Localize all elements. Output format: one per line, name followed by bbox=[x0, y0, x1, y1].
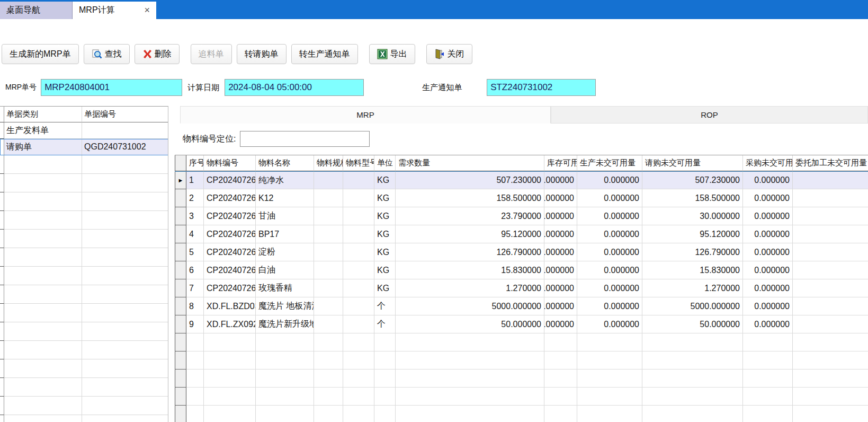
cell-seq: 8 bbox=[186, 297, 204, 315]
grid-data-row[interactable]: 5CP2024072600淀粉KG126.7900000.0000000.000… bbox=[175, 243, 868, 261]
col-header-material-spec[interactable]: 物料规格 bbox=[314, 155, 343, 171]
close-icon[interactable]: × bbox=[135, 5, 150, 16]
to-production-notice-button[interactable]: 转生产通知单 bbox=[291, 44, 358, 64]
row-selector bbox=[0, 285, 4, 304]
grid-data-row[interactable]: 8XD.FL.BZD031魔洗片 地板清洁个5000.0000000.00000… bbox=[175, 297, 868, 315]
document-list-empty-row bbox=[0, 341, 168, 359]
cell-unit: KG bbox=[374, 225, 396, 243]
col-header-stock-available[interactable]: 库存可用量 bbox=[544, 155, 577, 171]
cell-unit: KG bbox=[374, 279, 396, 297]
close-button[interactable]: 关闭 bbox=[426, 44, 472, 64]
cell-demand-qty: 15.830000 bbox=[396, 261, 544, 279]
row-selector[interactable] bbox=[175, 225, 186, 243]
grid-data-row[interactable]: 9XD.FL.ZX092魔洗片新升级地板个50.0000000.0000000.… bbox=[175, 315, 868, 333]
cell-seq: 9 bbox=[186, 315, 204, 333]
document-list-empty-row bbox=[0, 378, 168, 397]
col-header-unit[interactable]: 单位 bbox=[374, 155, 396, 171]
row-selector bbox=[175, 370, 186, 388]
cell-demand-qty: 50.000000 bbox=[396, 315, 544, 333]
cell-request-open-qty: 5000.000000 bbox=[642, 297, 743, 315]
grid-empty-row bbox=[175, 388, 868, 406]
row-selector[interactable] bbox=[175, 261, 186, 279]
cell-demand-qty: 507.230000 bbox=[396, 172, 544, 189]
cell-unit: KG bbox=[374, 172, 396, 189]
cell-material-code: XD.FL.ZX092 bbox=[204, 315, 256, 333]
prod-notice-field[interactable] bbox=[487, 79, 596, 96]
document-list-empty-row bbox=[0, 359, 168, 378]
cell-stock-available: 0.000000 bbox=[544, 172, 577, 189]
document-list-row[interactable]: 请购单QGD240731002 bbox=[0, 139, 168, 155]
cell-material-model bbox=[343, 225, 374, 243]
cell-purchase-open-qty: 0.000000 bbox=[743, 225, 793, 243]
col-header-production-open-qty[interactable]: 生产未交可用量 bbox=[577, 155, 642, 171]
cell-unit: KG bbox=[374, 243, 396, 261]
cell-material-name: 魔洗片新升级地板 bbox=[256, 315, 314, 333]
row-selector[interactable] bbox=[175, 315, 186, 333]
row-selector bbox=[0, 211, 4, 230]
row-selector[interactable] bbox=[175, 297, 186, 315]
tab-rop[interactable]: ROP bbox=[551, 106, 868, 124]
grid-data-row[interactable]: 2CP2024072600K12KG158.5000000.0000000.00… bbox=[175, 189, 868, 207]
cell-subcontract-open-qty bbox=[793, 207, 868, 225]
material-locator-input[interactable] bbox=[240, 131, 370, 147]
cell-stock-available: 0.000000 bbox=[544, 261, 577, 279]
row-selector[interactable] bbox=[0, 122, 4, 139]
document-list-empty-row bbox=[0, 322, 168, 341]
row-selector bbox=[0, 174, 4, 192]
cell-purchase-open-qty: 0.000000 bbox=[743, 315, 793, 333]
col-header-material-code[interactable]: 物料编号 bbox=[204, 155, 256, 171]
row-selector[interactable] bbox=[175, 207, 186, 225]
cell-production-open-qty: 0.000000 bbox=[577, 243, 642, 261]
col-header-material-model[interactable]: 物料型号 bbox=[343, 155, 374, 171]
col-header-seq[interactable]: 序号 bbox=[186, 155, 204, 171]
cell-material-code: CP2024072600 bbox=[204, 279, 256, 297]
chase-material-button: 追料单 bbox=[191, 44, 232, 64]
to-purchase-request-button[interactable]: 转请购单 bbox=[237, 44, 287, 64]
cell-request-open-qty: 1.270000 bbox=[642, 279, 743, 297]
mrp-no-field[interactable] bbox=[41, 79, 182, 96]
cell-request-open-qty: 95.120000 bbox=[642, 225, 743, 243]
export-button[interactable]: 导出 bbox=[369, 44, 415, 64]
col-header-purchase-open-qty[interactable]: 采购未交可用量 bbox=[743, 155, 793, 171]
row-selector bbox=[0, 341, 4, 359]
cell-request-open-qty: 158.500000 bbox=[642, 189, 743, 207]
row-selector[interactable] bbox=[175, 279, 186, 297]
row-selector-stub bbox=[0, 107, 4, 122]
document-list-row[interactable]: 生产发料单 bbox=[0, 122, 168, 139]
row-selector[interactable]: ► bbox=[175, 172, 186, 189]
grid-data-row[interactable]: 4CP2024072600BP17KG95.1200000.0000000.00… bbox=[175, 225, 868, 243]
grid-data-row[interactable]: ►1CP2024072600纯净水KG507.2300000.0000000.0… bbox=[175, 171, 868, 189]
col-header-subcontract-open-qty[interactable]: 委托加工未交可用量 bbox=[793, 155, 868, 171]
col-header-demand-qty[interactable]: 需求数量 bbox=[396, 155, 544, 171]
tab-desktop-nav[interactable]: 桌面导航 bbox=[0, 2, 73, 19]
row-selector[interactable] bbox=[175, 243, 186, 261]
cell-production-open-qty: 0.000000 bbox=[577, 297, 642, 315]
row-selector bbox=[175, 351, 186, 370]
generate-mrp-button[interactable]: 生成新的MRP单 bbox=[2, 44, 79, 64]
cell-demand-qty: 95.120000 bbox=[396, 225, 544, 243]
col-header-request-open-qty[interactable]: 请购未交可用量 bbox=[642, 155, 743, 171]
cell-material-spec bbox=[314, 172, 343, 189]
tab-mrp[interactable]: MRP bbox=[180, 106, 551, 124]
tab-mrp-calc[interactable]: MRP计算 × bbox=[73, 2, 156, 19]
document-list-header: 单据类别 单据编号 bbox=[0, 107, 168, 122]
grid-data-row[interactable]: 6CP2024072600白油KG15.8300000.0000000.0000… bbox=[175, 261, 868, 279]
cell-material-model bbox=[343, 315, 374, 333]
row-selector[interactable] bbox=[0, 139, 4, 155]
delete-button[interactable]: 删除 bbox=[135, 44, 180, 64]
document-list-empty-row bbox=[0, 304, 168, 322]
grid-data-row[interactable]: 7CP2024072600玫瑰香精KG1.2700000.0000000.000… bbox=[175, 279, 868, 297]
grid-data-row[interactable]: 3CP2024072600甘油KG23.7900000.0000000.0000… bbox=[175, 207, 868, 225]
document-list-empty-row bbox=[0, 211, 168, 230]
calc-date-field[interactable] bbox=[225, 79, 364, 96]
grid-header-row: 序号物料编号物料名称物料规格物料型号单位需求数量库存可用量生产未交可用量请购未交… bbox=[175, 155, 868, 171]
cell-material-name: 玫瑰香精 bbox=[256, 279, 314, 297]
row-selector[interactable] bbox=[175, 189, 186, 207]
col-header-material-name[interactable]: 物料名称 bbox=[256, 155, 314, 171]
cell-purchase-open-qty: 0.000000 bbox=[743, 261, 793, 279]
cell-seq: 6 bbox=[186, 261, 204, 279]
document-list-empty-row bbox=[0, 192, 168, 211]
prod-notice-label: 生产通知单 bbox=[422, 83, 462, 93]
search-button[interactable]: 查找 bbox=[84, 44, 130, 64]
mrp-grid: 序号物料编号物料名称物料规格物料型号单位需求数量库存可用量生产未交可用量请购未交… bbox=[175, 155, 868, 422]
